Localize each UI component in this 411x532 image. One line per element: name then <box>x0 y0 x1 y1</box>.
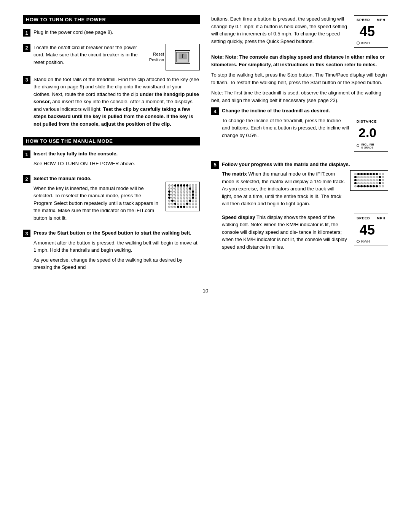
top-text-right: buttons. Each time a button is pressed, … <box>211 15 349 48</box>
dot <box>174 184 177 187</box>
dot <box>357 185 360 187</box>
matrix-track-display <box>350 170 388 191</box>
reset-label-line1: Reset <box>153 52 164 56</box>
dot <box>183 193 185 196</box>
reset-box-inner <box>175 50 190 64</box>
step-right-4: 4 Change the incline of the treadmill as… <box>211 107 388 155</box>
step-right-4-content: Change the incline of the treadmill as d… <box>222 107 388 155</box>
dot <box>354 176 357 178</box>
dot <box>186 184 188 187</box>
dot <box>354 179 357 181</box>
dot <box>363 185 366 187</box>
step-manual-2-content: Select the manual mode. When the key is … <box>33 175 200 224</box>
distance-value: 2.0 <box>357 124 386 141</box>
note-bold-text: Note: Note: The console can display spee… <box>211 53 388 68</box>
dot <box>183 184 185 187</box>
dot <box>370 179 372 181</box>
speed-bottom-2: KM/H <box>357 240 386 243</box>
matrix-select-display <box>166 182 200 211</box>
step-number-m2: 2 <box>23 175 30 183</box>
incline-dot <box>357 144 359 147</box>
step5-speed-inline: Speed display This display shows the spe… <box>222 214 388 253</box>
dot <box>195 184 197 187</box>
dot <box>373 182 375 184</box>
dot <box>376 179 378 181</box>
step-power-3-content: Stand on the foot rails of the treadmill… <box>33 76 200 130</box>
dot <box>370 176 372 178</box>
dot <box>171 200 174 202</box>
dot <box>192 197 194 199</box>
matrix-row-5 <box>168 197 197 199</box>
reset-position-box <box>166 44 200 70</box>
dot <box>168 190 170 193</box>
step-manual-2-text-container: Select the manual mode. When the key is … <box>33 175 161 224</box>
incline-label-2: % GRADE <box>361 146 374 149</box>
step-power-1: 1 Plug in the power cord (see page 8). <box>23 29 200 38</box>
step-power-1-content: Plug in the power cord (see page 8). <box>33 29 200 38</box>
distance-display: DISTANCE 2.0 INCLINE % GRADE <box>354 117 388 152</box>
dot <box>357 176 360 178</box>
dot <box>186 193 188 196</box>
dot <box>382 173 384 175</box>
note2-text: Note: The first time the treadmill is us… <box>211 89 388 104</box>
dot <box>174 197 177 199</box>
dot <box>177 190 179 193</box>
dot <box>363 173 366 175</box>
dot <box>189 203 191 205</box>
speed-digits-icon: 45 <box>358 22 384 38</box>
page-container: HOW TO TURN ON THE POWER 1 Plug in the p… <box>23 15 388 280</box>
dot <box>171 197 174 199</box>
dot <box>171 190 174 193</box>
dot <box>379 182 381 184</box>
dot <box>360 179 363 181</box>
reset-position-image: Reset Position <box>149 44 200 70</box>
dot <box>177 184 179 187</box>
step-right-5: 5 Follow your progress with the matrix a… <box>211 161 388 257</box>
dot <box>168 197 170 199</box>
speed-bottom-1: KM/H <box>357 41 386 45</box>
track-row-4 <box>353 182 386 184</box>
step5-matrix-inline: The matrix When the manual mode or the i… <box>222 170 388 210</box>
dot <box>195 187 197 190</box>
step-power-2: 2 Locate the on/off circuit breaker near… <box>23 44 200 70</box>
dot <box>186 197 188 199</box>
dot <box>382 179 384 181</box>
dot <box>168 203 170 205</box>
matrix-label: The matrix <box>222 171 247 177</box>
step-power-2-content: Locate the on/off circuit breaker near t… <box>33 44 200 70</box>
section-manual-header: HOW TO USE THE MANUAL MODE <box>23 137 200 145</box>
dot <box>357 173 360 175</box>
dot <box>180 187 182 190</box>
km-indicator-circle-2 <box>357 240 360 243</box>
track-row-5 <box>353 185 386 187</box>
dot <box>360 173 363 175</box>
dot <box>174 200 177 202</box>
dot <box>373 185 375 187</box>
right-top: buttons. Each time a button is pressed, … <box>211 15 388 48</box>
dot <box>189 190 191 193</box>
dot <box>174 190 177 193</box>
mph-label-2: MPH <box>377 216 386 220</box>
distance-bottom: INCLINE % GRADE <box>357 143 386 149</box>
dot <box>360 182 363 184</box>
dot <box>354 182 357 184</box>
step-manual-3-content: Press the Start button or the Speed butt… <box>33 229 200 273</box>
note-label: Note: <box>211 54 225 60</box>
speed-value-1: 45 <box>357 22 386 40</box>
dot <box>192 187 194 190</box>
dot <box>379 185 381 187</box>
dot <box>180 184 182 187</box>
matrix-row-8 <box>168 206 197 208</box>
dot <box>171 193 174 196</box>
step-power-2-inline: Locate the on/off circuit breaker near t… <box>33 44 200 70</box>
dot <box>370 182 372 184</box>
dot <box>195 203 197 205</box>
step-manual-3-text: A moment after the button is pressed, th… <box>33 239 200 254</box>
dot <box>379 176 381 178</box>
dot <box>366 176 369 178</box>
step-manual-1-bold: Insert the key fully into the console. <box>33 150 200 158</box>
dot <box>186 203 188 205</box>
right-top-text: buttons. Each time a button is pressed, … <box>211 15 349 45</box>
dot <box>192 193 194 196</box>
mph-label: MPH <box>377 18 386 22</box>
